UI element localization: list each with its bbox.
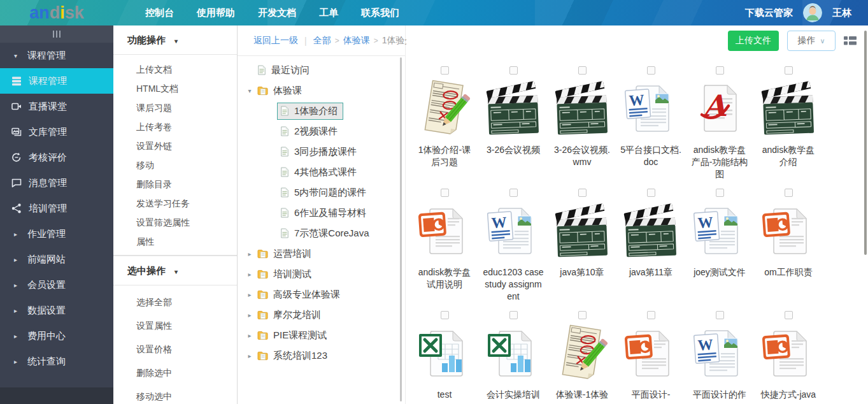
- breadcrumb-link[interactable]: 全部: [313, 35, 331, 45]
- ops-item[interactable]: 设置属性: [113, 314, 237, 338]
- tree-node-6作业及辅导材料[interactable]: 6作业及辅导材料: [238, 203, 405, 223]
- sidebar-item-培训管理[interactable]: 培训管理: [0, 196, 113, 221]
- ops-item[interactable]: 设置外链: [113, 136, 237, 155]
- tree-node-1体验介绍[interactable]: 1体验介绍: [238, 101, 405, 121]
- file-checkbox[interactable]: [647, 66, 655, 75]
- sidebar-item-考核评价[interactable]: 考核评价: [0, 145, 113, 170]
- tree-node-最近访问[interactable]: ▸最近访问: [238, 60, 405, 80]
- file-item[interactable]: Wjoey测试文件: [685, 189, 754, 311]
- triangle-right-icon[interactable]: ▸: [245, 352, 254, 359]
- ops-item[interactable]: 上传文档: [113, 60, 237, 79]
- file-checkbox[interactable]: [578, 189, 587, 197]
- sidebar-group-会员设置[interactable]: ▸会员设置: [0, 272, 113, 298]
- tree-node-4其他格式课件[interactable]: 4其他格式课件: [238, 162, 405, 182]
- file-checkbox[interactable]: [716, 311, 724, 319]
- navbar-item[interactable]: 联系我们: [361, 0, 399, 25]
- tree-node-高级专业体验课[interactable]: ▸高级专业体验课: [238, 284, 405, 305]
- triangle-down-icon[interactable]: ▾: [245, 87, 254, 94]
- triangle-right-icon[interactable]: ▸: [245, 250, 254, 257]
- navbar-item[interactable]: 控制台: [145, 0, 174, 25]
- user-avatar[interactable]: [803, 3, 822, 22]
- tree-node-7示范课CoreJava[interactable]: 7示范课CoreJava: [238, 223, 405, 243]
- file-item[interactable]: Weduc1203 case study assignment: [479, 189, 548, 311]
- ops-item[interactable]: 移动: [113, 155, 237, 175]
- file-item[interactable]: java第10章: [548, 189, 616, 311]
- file-item[interactable]: Aandisk教学盘产品-功能结构图: [685, 66, 754, 189]
- tree-node-5内带问题的课件[interactable]: 5内带问题的课件: [238, 182, 405, 203]
- tree-node-2视频课件[interactable]: 2视频课件: [238, 121, 405, 141]
- ops-item[interactable]: 删除选中: [113, 361, 237, 385]
- sidebar-item-直播课堂[interactable]: 直播课堂: [0, 94, 113, 119]
- ops-item[interactable]: 删除目录: [113, 175, 237, 194]
- file-item[interactable]: 体验课-1体验: [548, 311, 616, 404]
- ops-section-header[interactable]: 功能操作▾: [113, 25, 237, 55]
- tree-node-摩尔龙培训[interactable]: ▸摩尔龙培训: [238, 305, 405, 325]
- file-item[interactable]: andisk教学盘试用说明: [410, 189, 479, 311]
- ops-item[interactable]: 课后习题: [113, 98, 237, 117]
- file-checkbox[interactable]: [509, 189, 518, 197]
- file-checkbox[interactable]: [647, 189, 655, 197]
- list-view-icon[interactable]: [844, 36, 857, 46]
- ops-item[interactable]: 属性: [113, 232, 237, 251]
- sidebar-group-统计查询[interactable]: ▸统计查询: [0, 349, 113, 374]
- navbar-item[interactable]: 开发文档: [258, 0, 296, 25]
- file-item[interactable]: 快捷方式-java: [754, 311, 823, 404]
- file-checkbox[interactable]: [441, 311, 449, 319]
- file-item[interactable]: 1体验介绍-课后习题: [410, 66, 479, 189]
- download-cloud-manager-link[interactable]: 下载云管家: [745, 7, 793, 19]
- file-checkbox[interactable]: [509, 66, 518, 75]
- file-item[interactable]: 会计实操培训: [479, 311, 548, 404]
- file-checkbox[interactable]: [578, 311, 587, 319]
- tree-node-培训测试[interactable]: ▸培训测试: [238, 264, 405, 284]
- triangle-right-icon[interactable]: ▸: [245, 271, 254, 278]
- file-item[interactable]: java第11章: [616, 189, 685, 311]
- breadcrumb-link[interactable]: 体验课: [343, 35, 370, 45]
- ops-item[interactable]: 发送学习任务: [113, 194, 237, 213]
- navbar-item[interactable]: 工单: [319, 0, 338, 25]
- ops-item[interactable]: 选择全部: [113, 291, 237, 314]
- file-item[interactable]: om工作职责: [754, 189, 823, 311]
- ops-item[interactable]: 设置价格: [113, 338, 237, 361]
- triangle-right-icon[interactable]: ▸: [245, 312, 254, 319]
- ops-item[interactable]: 上传考卷: [113, 117, 237, 136]
- sidebar-group-前端网站[interactable]: ▸前端网站: [0, 247, 113, 272]
- sidebar-collapse-icon[interactable]: [53, 31, 60, 38]
- ops-item[interactable]: 移动选中: [113, 385, 237, 404]
- ops-item[interactable]: 设置筛选属性: [113, 213, 237, 232]
- file-checkbox[interactable]: [716, 66, 724, 75]
- sidebar-item-消息管理[interactable]: 消息管理: [0, 170, 113, 196]
- file-checkbox[interactable]: [785, 311, 793, 319]
- sidebar-group-数据设置[interactable]: ▸数据设置: [0, 298, 113, 323]
- tree-node-PIE课程测试[interactable]: ▸PIE课程测试: [238, 325, 405, 345]
- back-up-level-link[interactable]: 返回上一级: [253, 35, 298, 47]
- file-checkbox[interactable]: [441, 66, 449, 75]
- file-item[interactable]: 3-26会议视频.wmv: [548, 66, 616, 189]
- ops-item[interactable]: HTML文档: [113, 79, 237, 98]
- triangle-right-icon[interactable]: ▸: [245, 291, 254, 298]
- file-item[interactable]: test: [410, 311, 479, 404]
- navbar-item[interactable]: 使用帮助: [197, 0, 235, 25]
- triangle-right-icon[interactable]: ▸: [245, 332, 254, 339]
- file-checkbox[interactable]: [785, 66, 793, 75]
- file-checkbox[interactable]: [441, 189, 449, 197]
- file-item[interactable]: W5平台接口文档.doc: [616, 66, 685, 189]
- file-checkbox[interactable]: [509, 311, 518, 319]
- upload-file-button[interactable]: 上传文件: [728, 31, 779, 51]
- file-checkbox[interactable]: [716, 189, 724, 197]
- tree-node-运营培训[interactable]: ▸运营培训: [238, 243, 405, 264]
- tree-node-体验课[interactable]: ▾体验课: [238, 80, 405, 101]
- main-scrollbar[interactable]: [864, 31, 867, 255]
- file-checkbox[interactable]: [785, 189, 793, 197]
- tree-scrollbar[interactable]: [400, 57, 402, 401]
- file-checkbox[interactable]: [578, 66, 587, 75]
- tree-node-系统培训123[interactable]: ▸系统培训123: [238, 345, 405, 366]
- andisk-logo[interactable]: andisk: [0, 0, 113, 25]
- action-dropdown-button[interactable]: 操作 ∨: [787, 31, 836, 51]
- ops-section-header[interactable]: 选中操作▾: [113, 256, 237, 285]
- username[interactable]: 王林: [832, 7, 851, 19]
- tree-node-3同步播放课件[interactable]: 3同步播放课件: [238, 141, 405, 162]
- file-item[interactable]: W平面设计的作: [685, 311, 754, 404]
- sidebar-item-课程管理[interactable]: 课程管理: [0, 68, 113, 94]
- sidebar-group-费用中心[interactable]: ▸费用中心: [0, 323, 113, 349]
- file-item[interactable]: 3-26会议视频: [479, 66, 548, 189]
